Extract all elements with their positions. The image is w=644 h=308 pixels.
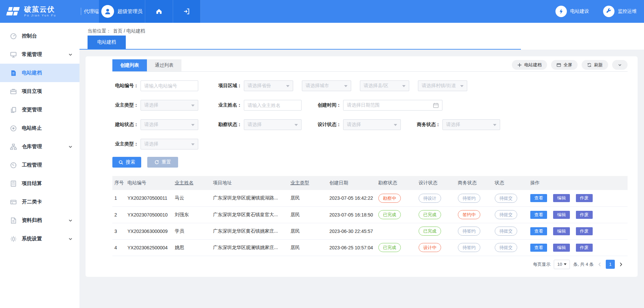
sidebar-item-data-archive[interactable]: 资料归档 [0, 211, 79, 230]
view-button[interactable]: 查看 [530, 211, 547, 219]
date-range-picker[interactable]: 请选择日期范围 [343, 100, 442, 111]
cell-seq: 3 [112, 223, 125, 239]
per-page-select[interactable]: 10 [554, 260, 570, 269]
col-business: 商务状态 [456, 176, 493, 190]
page-number-1[interactable]: 1 [606, 260, 615, 269]
col-seq: 序号 [112, 176, 125, 190]
cell-address: 广东深圳龙华区黄石镇皇官大... [211, 206, 288, 223]
user-menu[interactable]: 超级管理员 [99, 0, 145, 23]
lightning-icon [555, 6, 567, 17]
sidebar-item-open-card[interactable]: 开二类卡 [0, 193, 79, 211]
city-select[interactable]: 请选择城市 [302, 80, 351, 91]
cell-code: YX2023063000009 [125, 223, 173, 239]
survey-status-badge: 勘察中 [378, 194, 401, 203]
business-status-label: 商务状态： [414, 122, 440, 128]
design-status-select[interactable]: 请选择 [343, 119, 401, 130]
sidebar-item-project-initiation[interactable]: 项目立项 [0, 82, 79, 101]
quick-link-monitor-ops[interactable]: 监控运维 [603, 6, 637, 17]
void-button[interactable]: 作废 [576, 244, 593, 252]
sidebar-item-label: 项目立项 [22, 88, 42, 95]
void-button[interactable]: 作废 [576, 227, 593, 235]
fullscreen-label: 全屏 [564, 62, 572, 68]
town-select[interactable]: 请选择村镇/街道 [418, 80, 467, 91]
sidebar-item-engineering-mgmt[interactable]: 工程管理 [0, 156, 79, 174]
per-page-label: 每页显示 [533, 261, 550, 267]
plus-icon [517, 63, 522, 67]
sidebar-item-warehouse-mgmt[interactable]: 仓库管理 [0, 137, 79, 156]
survey-status-badge: 已完成 [378, 243, 401, 252]
page-tab-station-archive[interactable]: 电站建档 [88, 36, 126, 49]
home-button[interactable] [145, 0, 173, 23]
edit-button[interactable]: 编辑 [553, 194, 570, 202]
edit-button[interactable]: 编辑 [553, 244, 570, 252]
page-tab-bar: 电站建档 [79, 39, 644, 50]
archive-icon [10, 217, 17, 224]
tab-create-list[interactable]: 创建列表 [112, 59, 147, 71]
sidebar-item-project-settlement[interactable]: 项目结算 [0, 174, 79, 193]
edit-button[interactable]: 编辑 [553, 227, 570, 235]
sidebar-item-label: 仓库管理 [22, 143, 42, 150]
cell-owner-type: 居民 [288, 239, 327, 256]
station-code-input[interactable] [141, 80, 198, 91]
sidebar-item-label: 电站终止 [22, 125, 42, 131]
edit-button[interactable]: 编辑 [553, 211, 570, 219]
owner-type-select[interactable]: 请选择 [141, 100, 198, 111]
col-survey: 勘察状态 [376, 176, 417, 190]
refresh-button[interactable]: 刷新 [582, 60, 608, 70]
logo: 破茧云伏 Po Jian Yun Fu [0, 0, 79, 23]
sidebar-item-station-archive[interactable]: 电站建档 [0, 64, 79, 82]
home-icon [155, 8, 163, 15]
county-placeholder: 请选择县/区 [364, 83, 388, 89]
owner-type2-select[interactable]: 请选择 [141, 139, 198, 149]
caret-down-icon [402, 85, 406, 87]
search-button[interactable]: 搜索 [112, 157, 141, 168]
fullscreen-button[interactable]: 全屏 [551, 60, 578, 70]
create-station-button[interactable]: 电站建档 [512, 60, 547, 70]
void-button[interactable]: 作废 [576, 211, 593, 219]
view-button[interactable]: 查看 [530, 227, 547, 235]
refresh-icon [587, 63, 592, 67]
owner-name-input[interactable] [244, 100, 302, 111]
prev-page-icon[interactable] [597, 262, 602, 267]
sidebar-item-change-mgmt[interactable]: 变更管理 [0, 101, 79, 119]
build-status-select[interactable]: 请选择 [141, 119, 198, 130]
sidebar-item-console[interactable]: 控制台 [0, 27, 79, 45]
reset-button[interactable]: 重置 [147, 157, 178, 168]
business-status-placeholder: 请选择 [446, 122, 460, 128]
business-status-select[interactable]: 请选择 [442, 119, 500, 130]
business-status-badge: 待签约 [458, 227, 480, 236]
view-button[interactable]: 查看 [530, 194, 547, 202]
province-placeholder: 请选择省份 [248, 83, 271, 89]
caret-down-icon [564, 263, 567, 265]
cell-owner: 学员 [173, 223, 211, 239]
table-row: 3 YX2023063000009 学员 广东深圳龙华区黄石镇姚家庄... 居民… [112, 223, 628, 239]
sitemap-icon [10, 143, 17, 150]
col-owner: 业主姓名 [173, 176, 211, 190]
page-tab-underline [79, 49, 521, 50]
sidebar-item-station-termination[interactable]: 电站终止 [0, 119, 79, 137]
status-badge: 待提交 [495, 227, 517, 236]
sidebar-item-system-settings[interactable]: 系统设置 [0, 230, 79, 248]
station-table: 序号 电站编号 业主姓名 项目地址 业主类型 创建日期 勘察状态 设计状态 商务… [112, 176, 628, 256]
cell-code: YX2023070500010 [125, 206, 173, 223]
total-count-label: 条, 共 4 条 [573, 261, 594, 267]
county-select[interactable]: 请选择县/区 [360, 80, 409, 91]
gear-icon [10, 236, 17, 242]
tab-passed-list[interactable]: 通过列表 [147, 59, 181, 71]
next-page-icon[interactable] [618, 262, 624, 267]
collapse-toolbar-button[interactable] [612, 60, 628, 70]
sidebar-item-general-mgmt[interactable]: 常规管理 [0, 45, 79, 64]
business-status-badge: 签约中 [458, 210, 480, 219]
province-select[interactable]: 请选择省份 [244, 80, 293, 91]
region-label: 项目区域： [216, 83, 242, 89]
survey-status-select[interactable]: 请选择 [244, 119, 302, 130]
search-icon [118, 160, 123, 165]
logout-button[interactable] [173, 0, 201, 23]
cell-code: YX2023062500004 [125, 239, 173, 256]
void-button[interactable]: 作废 [576, 194, 593, 202]
view-button[interactable]: 查看 [530, 244, 547, 252]
breadcrumb-path[interactable]: 首页 / 电站建档 [113, 28, 145, 34]
main-content: 当前位置： 首页 / 电站建档 电站建档 创建列表 通过列表 电站建档 全屏 [79, 23, 644, 277]
quick-link-station-build[interactable]: 电站建设 [555, 6, 589, 17]
caret-down-icon [294, 124, 298, 126]
